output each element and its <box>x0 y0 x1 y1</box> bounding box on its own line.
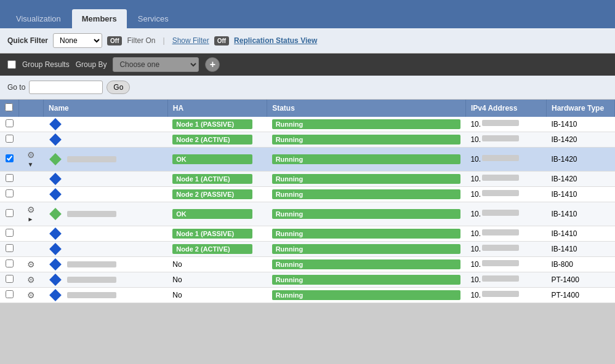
row-checkbox[interactable] <box>6 119 14 127</box>
row-ip-cell: 10. <box>465 187 546 202</box>
blurred-ip <box>482 190 519 196</box>
row-gear-cell <box>18 172 43 187</box>
row-checkbox-cell <box>0 272 18 288</box>
goto-input[interactable] <box>29 81 103 94</box>
gear-icon[interactable]: ⚙ <box>27 290 35 300</box>
header-hardware-col[interactable]: Hardware Type <box>546 100 614 117</box>
row-gear-cell <box>18 132 43 148</box>
diamond-icon <box>49 208 62 220</box>
select-all-checkbox[interactable] <box>5 103 13 111</box>
table-row[interactable]: Node 1 (ACTIVE)Running10. IB-1420 <box>0 172 615 187</box>
blurred-ip <box>482 175 519 181</box>
header-gear-col <box>18 100 43 117</box>
row-name-cell: XXXXXXXXXX <box>44 288 168 303</box>
table-row[interactable]: ⚙►XXXXXXXXXXOKRunning10. IB-1410 <box>0 202 615 226</box>
table-row[interactable]: ⚙XXXXXXXXXXNoRunning10. PT-1400 <box>0 288 615 303</box>
tab-visualization[interactable]: Visualization <box>6 9 71 28</box>
status-badge: Running <box>272 290 461 300</box>
row-ha-cell: No <box>167 257 267 272</box>
ha-badge: Node 1 (PASSIVE) <box>172 229 252 239</box>
table-row[interactable]: Node 2 (ACTIVE)Running10. IB-1420 <box>0 132 615 148</box>
status-badge: Running <box>272 174 461 184</box>
gear-icon[interactable]: ⚙ <box>27 205 35 215</box>
row-status-cell: Running <box>267 132 466 148</box>
header-name-col[interactable]: Name <box>44 100 168 117</box>
header-ipv4-col[interactable]: IPv4 Address <box>465 100 546 117</box>
header-ha-col[interactable]: HA <box>167 100 267 117</box>
table-row[interactable]: Node 2 (PASSIVE)Running10. IB-1410 <box>0 187 615 202</box>
ha-badge: Node 1 (PASSIVE) <box>172 119 252 129</box>
row-name-cell: XXXXXXXXXX <box>44 148 168 172</box>
table-row[interactable]: ⚙XXXXXXXXXXNoRunning10. PT-1400 <box>0 272 615 288</box>
row-checkbox-cell <box>0 202 18 226</box>
tab-members[interactable]: Members <box>72 9 127 28</box>
row-checkbox[interactable] <box>6 174 14 182</box>
table-row[interactable]: Node 2 (ACTIVE)Running10. IB-1410 <box>0 242 615 257</box>
row-ha-cell: Node 1 (PASSIVE) <box>167 226 267 242</box>
table-header-row: Name HA Status IPv4 Address Hardware Typ… <box>0 100 615 117</box>
row-ha-cell: Node 2 (ACTIVE) <box>167 242 267 257</box>
row-name-cell: XXXXXXXXXX <box>44 272 168 288</box>
goto-label: Go to <box>7 83 25 92</box>
table-row[interactable]: Node 1 (PASSIVE)Running10. IB-1410 <box>0 117 615 132</box>
quick-filter-select[interactable]: None <box>53 33 102 48</box>
row-checkbox[interactable] <box>6 275 14 283</box>
replication-toggle[interactable]: Off <box>214 36 229 46</box>
blurred-name: XXXXXXXXXX <box>67 261 116 267</box>
row-gear-cell <box>18 242 43 257</box>
diamond-icon <box>49 258 62 271</box>
header-status-col[interactable]: Status <box>267 100 466 117</box>
row-name-cell <box>44 242 168 257</box>
row-status-cell: Running <box>267 272 466 288</box>
status-badge: Running <box>272 135 461 144</box>
row-hardware-cell: PT-1400 <box>546 272 614 288</box>
ha-badge: Node 2 (ACTIVE) <box>172 135 252 144</box>
status-badge: Running <box>272 119 461 129</box>
gear-icon[interactable]: ⚙ <box>27 275 35 285</box>
filter-toggle[interactable]: Off <box>107 36 122 46</box>
table-row[interactable]: Node 1 (PASSIVE)Running10. IB-1410 <box>0 226 615 242</box>
row-checkbox-cell <box>0 226 18 242</box>
table-row[interactable]: ⚙▼XXXXXXXXXXOKRunning10. IB-1420 <box>0 148 615 172</box>
row-gear-cell: ⚙ <box>18 257 43 272</box>
row-ha-cell: OK <box>167 148 267 172</box>
row-checkbox[interactable] <box>6 229 14 237</box>
main-container: Visualization Members Services Quick Fil… <box>0 0 615 303</box>
row-checkbox[interactable] <box>6 135 14 143</box>
row-checkbox[interactable] <box>6 154 14 162</box>
group-results-checkbox[interactable] <box>7 60 16 69</box>
blurred-ip <box>482 155 519 161</box>
status-badge: Running <box>272 189 461 199</box>
row-hardware-cell: IB-1410 <box>546 202 614 226</box>
row-checkbox[interactable] <box>6 189 14 197</box>
collapse-icon[interactable]: ▼ <box>27 161 33 168</box>
separator1: | <box>163 36 165 45</box>
row-ip-cell: 10. <box>465 132 546 148</box>
gear-icon[interactable]: ⚙ <box>27 150 35 160</box>
blurred-name: XXXXXXXXXX <box>67 156 116 162</box>
row-status-cell: Running <box>267 117 466 132</box>
gear-icon[interactable]: ⚙ <box>27 259 35 269</box>
go-button[interactable]: Go <box>107 81 130 94</box>
row-checkbox[interactable] <box>6 244 14 252</box>
row-hardware-cell: IB-1410 <box>546 187 614 202</box>
row-checkbox-cell <box>0 172 18 187</box>
replication-status-link[interactable]: Replication Status View <box>234 36 317 45</box>
tab-services[interactable]: Services <box>128 9 179 28</box>
ha-badge: Node 1 (ACTIVE) <box>172 174 252 184</box>
blurred-ip <box>482 210 519 216</box>
table-row[interactable]: ⚙XXXXXXXXXXNoRunning10. IB-800 <box>0 257 615 272</box>
row-checkbox[interactable] <box>6 259 14 267</box>
row-ha-cell: Node 1 (PASSIVE) <box>167 117 267 132</box>
group-by-select[interactable]: Choose one <box>113 57 199 72</box>
diamond-icon <box>49 188 62 200</box>
row-checkbox[interactable] <box>6 290 14 298</box>
show-filter-link[interactable]: Show Filter <box>172 36 209 45</box>
add-group-button[interactable]: + <box>205 57 220 72</box>
ha-badge: Node 2 (PASSIVE) <box>172 189 252 199</box>
diamond-icon <box>49 289 62 301</box>
row-checkbox[interactable] <box>6 209 14 217</box>
expand-icon[interactable]: ► <box>27 216 33 223</box>
row-checkbox-cell <box>0 242 18 257</box>
row-checkbox-cell <box>0 132 18 148</box>
